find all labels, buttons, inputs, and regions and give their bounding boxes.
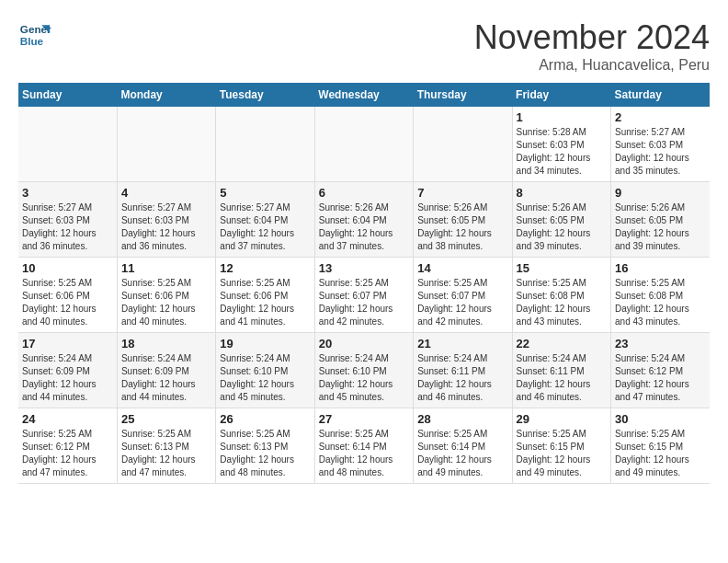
day-info: Sunrise: 5:28 AM Sunset: 6:03 PM Dayligh… bbox=[517, 126, 607, 178]
day-number: 29 bbox=[517, 412, 607, 426]
calendar-cell: 14Sunrise: 5:25 AM Sunset: 6:07 PM Dayli… bbox=[414, 258, 512, 333]
page-header: General Blue November 2024 Arma, Huancav… bbox=[18, 18, 710, 74]
day-number: 11 bbox=[121, 261, 211, 275]
calendar-cell bbox=[18, 107, 117, 182]
location-subtitle: Arma, Huancavelica, Peru bbox=[474, 57, 710, 74]
calendar-cell: 22Sunrise: 5:24 AM Sunset: 6:11 PM Dayli… bbox=[512, 333, 610, 408]
day-info: Sunrise: 5:26 AM Sunset: 6:05 PM Dayligh… bbox=[615, 201, 706, 253]
calendar-cell: 13Sunrise: 5:25 AM Sunset: 6:07 PM Dayli… bbox=[314, 258, 413, 333]
weekday-header-saturday: Saturday bbox=[611, 83, 710, 107]
svg-text:Blue: Blue bbox=[20, 35, 44, 47]
day-number: 26 bbox=[220, 412, 310, 426]
weekday-header-row: SundayMondayTuesdayWednesdayThursdayFrid… bbox=[18, 83, 710, 107]
weekday-header-wednesday: Wednesday bbox=[314, 83, 413, 107]
logo: General Blue bbox=[18, 18, 51, 52]
day-number: 15 bbox=[517, 261, 607, 275]
weekday-header-tuesday: Tuesday bbox=[216, 83, 314, 107]
calendar-cell: 29Sunrise: 5:25 AM Sunset: 6:15 PM Dayli… bbox=[512, 408, 610, 484]
day-info: Sunrise: 5:27 AM Sunset: 6:03 PM Dayligh… bbox=[121, 201, 211, 253]
day-number: 9 bbox=[615, 186, 706, 200]
day-number: 8 bbox=[517, 186, 607, 200]
calendar-cell: 18Sunrise: 5:24 AM Sunset: 6:09 PM Dayli… bbox=[117, 333, 215, 408]
weekday-header-monday: Monday bbox=[117, 83, 215, 107]
calendar-cell: 20Sunrise: 5:24 AM Sunset: 6:10 PM Dayli… bbox=[314, 333, 413, 408]
calendar-table: SundayMondayTuesdayWednesdayThursdayFrid… bbox=[18, 83, 710, 484]
day-info: Sunrise: 5:25 AM Sunset: 6:14 PM Dayligh… bbox=[319, 428, 409, 479]
calendar-cell: 19Sunrise: 5:24 AM Sunset: 6:10 PM Dayli… bbox=[216, 333, 314, 408]
day-number: 27 bbox=[319, 412, 409, 426]
weekday-header-friday: Friday bbox=[512, 83, 610, 107]
logo-icon: General Blue bbox=[18, 18, 51, 52]
calendar-cell: 16Sunrise: 5:25 AM Sunset: 6:08 PM Dayli… bbox=[611, 258, 710, 333]
title-area: November 2024 Arma, Huancavelica, Peru bbox=[474, 18, 710, 74]
day-number: 14 bbox=[417, 261, 507, 275]
day-number: 22 bbox=[517, 337, 607, 350]
day-number: 30 bbox=[615, 412, 706, 426]
day-info: Sunrise: 5:26 AM Sunset: 6:05 PM Dayligh… bbox=[417, 201, 507, 253]
day-number: 13 bbox=[319, 261, 409, 275]
calendar-body: 1Sunrise: 5:28 AM Sunset: 6:03 PM Daylig… bbox=[18, 107, 710, 484]
day-number: 25 bbox=[121, 412, 211, 426]
calendar-cell: 27Sunrise: 5:25 AM Sunset: 6:14 PM Dayli… bbox=[314, 408, 413, 484]
weekday-header-sunday: Sunday bbox=[18, 83, 117, 107]
calendar-cell bbox=[216, 107, 314, 182]
calendar-cell: 2Sunrise: 5:27 AM Sunset: 6:03 PM Daylig… bbox=[611, 107, 710, 182]
day-info: Sunrise: 5:25 AM Sunset: 6:14 PM Dayligh… bbox=[417, 428, 507, 479]
day-info: Sunrise: 5:25 AM Sunset: 6:06 PM Dayligh… bbox=[22, 277, 113, 328]
day-number: 23 bbox=[615, 337, 706, 350]
calendar-cell: 8Sunrise: 5:26 AM Sunset: 6:05 PM Daylig… bbox=[512, 182, 610, 258]
calendar-cell: 1Sunrise: 5:28 AM Sunset: 6:03 PM Daylig… bbox=[512, 107, 610, 182]
day-info: Sunrise: 5:25 AM Sunset: 6:12 PM Dayligh… bbox=[22, 428, 113, 479]
calendar-week-row: 3Sunrise: 5:27 AM Sunset: 6:03 PM Daylig… bbox=[18, 182, 710, 258]
day-number: 3 bbox=[22, 186, 113, 200]
calendar-cell: 12Sunrise: 5:25 AM Sunset: 6:06 PM Dayli… bbox=[216, 258, 314, 333]
day-info: Sunrise: 5:25 AM Sunset: 6:06 PM Dayligh… bbox=[121, 277, 211, 328]
calendar-cell bbox=[117, 107, 215, 182]
calendar-week-row: 24Sunrise: 5:25 AM Sunset: 6:12 PM Dayli… bbox=[18, 408, 710, 484]
calendar-cell: 9Sunrise: 5:26 AM Sunset: 6:05 PM Daylig… bbox=[611, 182, 710, 258]
calendar-cell: 24Sunrise: 5:25 AM Sunset: 6:12 PM Dayli… bbox=[18, 408, 117, 484]
day-number: 17 bbox=[22, 337, 113, 350]
day-info: Sunrise: 5:25 AM Sunset: 6:06 PM Dayligh… bbox=[220, 277, 310, 328]
calendar-cell: 4Sunrise: 5:27 AM Sunset: 6:03 PM Daylig… bbox=[117, 182, 215, 258]
calendar-cell bbox=[314, 107, 413, 182]
day-number: 10 bbox=[22, 261, 113, 275]
calendar-cell: 21Sunrise: 5:24 AM Sunset: 6:11 PM Dayli… bbox=[414, 333, 512, 408]
day-info: Sunrise: 5:25 AM Sunset: 6:13 PM Dayligh… bbox=[220, 428, 310, 479]
day-info: Sunrise: 5:27 AM Sunset: 6:04 PM Dayligh… bbox=[220, 201, 310, 253]
day-number: 7 bbox=[417, 186, 507, 200]
weekday-header-thursday: Thursday bbox=[414, 83, 512, 107]
day-info: Sunrise: 5:27 AM Sunset: 6:03 PM Dayligh… bbox=[22, 201, 113, 253]
day-info: Sunrise: 5:25 AM Sunset: 6:08 PM Dayligh… bbox=[517, 277, 607, 328]
day-number: 19 bbox=[220, 337, 310, 350]
calendar-cell: 6Sunrise: 5:26 AM Sunset: 6:04 PM Daylig… bbox=[314, 182, 413, 258]
calendar-cell: 3Sunrise: 5:27 AM Sunset: 6:03 PM Daylig… bbox=[18, 182, 117, 258]
day-info: Sunrise: 5:26 AM Sunset: 6:04 PM Dayligh… bbox=[319, 201, 409, 253]
month-title: November 2024 bbox=[474, 18, 710, 57]
calendar-cell: 30Sunrise: 5:25 AM Sunset: 6:15 PM Dayli… bbox=[611, 408, 710, 484]
day-info: Sunrise: 5:24 AM Sunset: 6:11 PM Dayligh… bbox=[517, 352, 607, 404]
calendar-cell: 17Sunrise: 5:24 AM Sunset: 6:09 PM Dayli… bbox=[18, 333, 117, 408]
day-number: 2 bbox=[615, 110, 706, 124]
day-number: 28 bbox=[417, 412, 507, 426]
calendar-cell: 5Sunrise: 5:27 AM Sunset: 6:04 PM Daylig… bbox=[216, 182, 314, 258]
calendar-cell bbox=[414, 107, 512, 182]
day-number: 16 bbox=[615, 261, 706, 275]
day-number: 18 bbox=[121, 337, 211, 350]
day-info: Sunrise: 5:25 AM Sunset: 6:08 PM Dayligh… bbox=[615, 277, 706, 328]
day-number: 21 bbox=[417, 337, 507, 350]
day-number: 12 bbox=[220, 261, 310, 275]
day-info: Sunrise: 5:25 AM Sunset: 6:13 PM Dayligh… bbox=[121, 428, 211, 479]
day-info: Sunrise: 5:25 AM Sunset: 6:07 PM Dayligh… bbox=[417, 277, 507, 328]
day-info: Sunrise: 5:25 AM Sunset: 6:15 PM Dayligh… bbox=[615, 428, 706, 479]
day-number: 4 bbox=[121, 186, 211, 200]
day-number: 5 bbox=[220, 186, 310, 200]
calendar-week-row: 10Sunrise: 5:25 AM Sunset: 6:06 PM Dayli… bbox=[18, 258, 710, 333]
day-number: 1 bbox=[517, 110, 607, 124]
day-number: 6 bbox=[319, 186, 409, 200]
day-info: Sunrise: 5:25 AM Sunset: 6:15 PM Dayligh… bbox=[517, 428, 607, 479]
calendar-week-row: 17Sunrise: 5:24 AM Sunset: 6:09 PM Dayli… bbox=[18, 333, 710, 408]
calendar-cell: 25Sunrise: 5:25 AM Sunset: 6:13 PM Dayli… bbox=[117, 408, 215, 484]
day-info: Sunrise: 5:24 AM Sunset: 6:09 PM Dayligh… bbox=[22, 352, 113, 404]
calendar-cell: 28Sunrise: 5:25 AM Sunset: 6:14 PM Dayli… bbox=[414, 408, 512, 484]
